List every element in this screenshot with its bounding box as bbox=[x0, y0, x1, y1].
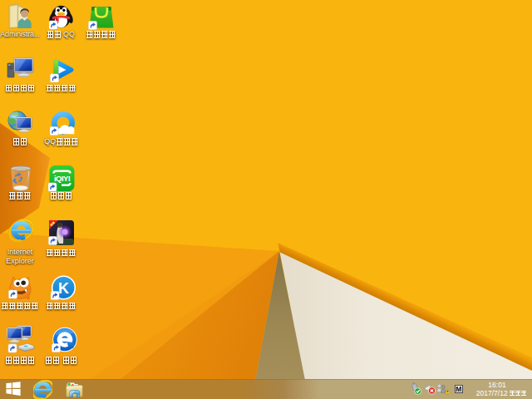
svg-text:K: K bbox=[58, 280, 69, 297]
svg-text:iQIYI: iQIYI bbox=[54, 174, 70, 183]
